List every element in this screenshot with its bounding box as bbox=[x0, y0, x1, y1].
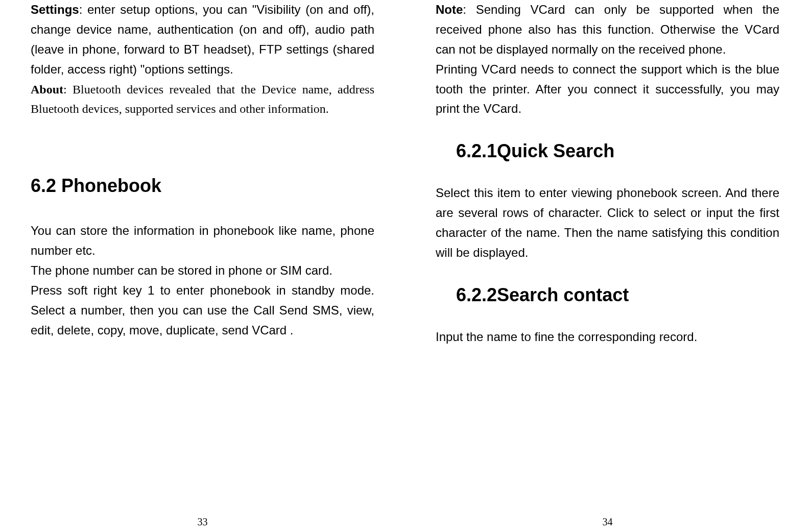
right-page: Note: Sending VCard can only be supporte… bbox=[405, 0, 810, 532]
search-contact-heading: 6.2.2Search contact bbox=[456, 284, 779, 306]
note-paragraph: Note: Sending VCard can only be supporte… bbox=[436, 0, 779, 60]
about-label: About bbox=[31, 83, 63, 96]
left-page: Settings: enter setup options, you can "… bbox=[0, 0, 405, 532]
about-paragraph: About: Bluetooth devices revealed that t… bbox=[31, 80, 374, 119]
printing-paragraph: Printing VCard needs to connect the supp… bbox=[436, 60, 779, 119]
left-page-number: 33 bbox=[0, 516, 405, 528]
note-label: Note bbox=[436, 3, 463, 16]
phonebook-p3: Press soft right key 1 to enter phoneboo… bbox=[31, 281, 374, 341]
phonebook-p1: You can store the information in phonebo… bbox=[31, 221, 374, 261]
right-page-number: 34 bbox=[405, 516, 810, 528]
phonebook-p2: The phone number can be stored in phone … bbox=[31, 261, 374, 281]
quick-search-heading: 6.2.1Quick Search bbox=[456, 140, 779, 162]
settings-paragraph: Settings: enter setup options, you can "… bbox=[31, 0, 374, 80]
page-spread: Settings: enter setup options, you can "… bbox=[0, 0, 810, 532]
about-body: : Bluetooth devices revealed that the De… bbox=[31, 83, 374, 116]
quick-search-text: Select this item to enter viewing phoneb… bbox=[436, 183, 779, 263]
note-body: : Sending VCard can only be supported wh… bbox=[436, 3, 779, 56]
search-contact-text: Input the name to fine the corresponding… bbox=[436, 327, 779, 347]
settings-label: Settings bbox=[31, 3, 79, 16]
phonebook-heading: 6.2 Phonebook bbox=[31, 175, 374, 197]
settings-body: : enter setup options, you can "Visibili… bbox=[31, 3, 374, 76]
